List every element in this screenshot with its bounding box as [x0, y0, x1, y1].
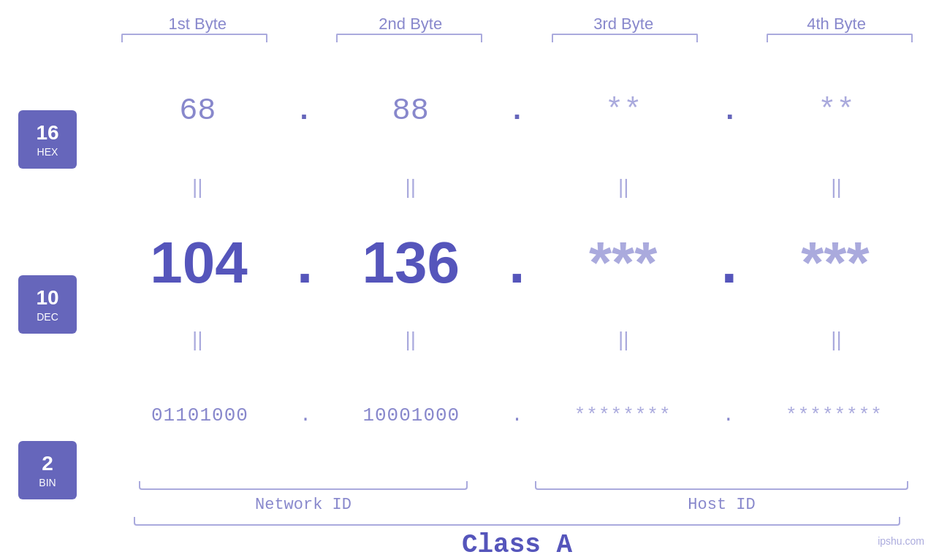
byte2-header: 2nd Byte — [330, 15, 491, 34]
dec-dot2: . — [509, 228, 525, 298]
host-id-label: Host ID — [688, 496, 755, 514]
hex-b4-value: ** — [818, 93, 854, 129]
bin-b3-value: ******** — [574, 404, 672, 426]
dec-b3-cell: *** — [543, 229, 704, 296]
byte1-header: 1st Byte — [117, 15, 278, 34]
bin-label: BIN — [39, 477, 56, 488]
dec-b4-cell: *** — [755, 229, 916, 296]
dec-b4-value: *** — [801, 229, 869, 296]
dec-b1-cell: 104 — [118, 229, 279, 296]
bin-row: 01101000 . 10001000 . ******** . *******… — [95, 354, 939, 477]
eq1-b2: || — [330, 175, 491, 199]
hex-b2-cell: 88 — [330, 93, 491, 129]
dec-b2-cell: 136 — [330, 229, 491, 296]
host-id-section: Host ID — [519, 481, 924, 514]
dec-dot3: . — [721, 228, 737, 298]
dec-badge: 10 DEC — [18, 275, 77, 334]
hex-number: 16 — [36, 121, 58, 145]
badges-column: 16 HEX 10 DEC 2 BIN — [0, 50, 95, 560]
dec-b2-value: 136 — [362, 229, 460, 296]
class-section: Class A — [95, 514, 939, 560]
bracket-byte1 — [121, 34, 267, 42]
bin-badge: 2 BIN — [18, 441, 77, 499]
sep2 — [506, 15, 528, 34]
hex-dot3: . — [719, 95, 741, 128]
bin-dot3: . — [723, 404, 734, 426]
eq2-b2: || — [330, 328, 491, 351]
eq-row1: || || || || — [95, 172, 939, 202]
data-section: 68 . 88 . ** . ** || || — [95, 50, 939, 560]
eq2-b1: || — [117, 328, 278, 351]
bin-b3-cell: ******** — [542, 404, 703, 426]
byte-headers: 1st Byte 2nd Byte 3rd Byte 4th Byte — [95, 15, 939, 34]
dec-dot1: . — [297, 228, 313, 298]
eq2-b4: || — [756, 328, 917, 351]
watermark: ipshu.com — [878, 535, 924, 547]
class-label: Class A — [462, 530, 572, 560]
eq1-b4: || — [756, 175, 917, 199]
eq2-b3: || — [543, 328, 704, 351]
bin-number: 2 — [42, 452, 53, 475]
network-id-section: Network ID — [110, 481, 497, 514]
byte4-header: 4th Byte — [756, 15, 917, 34]
hex-b3-value: ** — [605, 93, 642, 129]
sep-tb2 — [506, 34, 528, 42]
hex-dot2: . — [506, 95, 528, 128]
byte3-header: 3rd Byte — [543, 15, 704, 34]
hex-badge: 16 HEX — [18, 110, 77, 169]
network-bottom-bracket — [139, 481, 468, 490]
hex-row: 68 . 88 . ** . ** — [95, 50, 939, 172]
hex-dot1: . — [293, 95, 315, 128]
bin-dot2: . — [512, 404, 523, 426]
dec-b3-value: *** — [589, 229, 657, 296]
hex-b1-cell: 68 — [117, 93, 278, 129]
bottom-brackets-row: Network ID Host ID — [95, 477, 939, 514]
main-body: 16 HEX 10 DEC 2 BIN 68 . 88 — [0, 50, 939, 560]
bin-b2-value: 10001000 — [362, 404, 460, 426]
hex-label: HEX — [37, 146, 58, 158]
bottom-sep — [497, 481, 519, 514]
hex-b1-value: 68 — [179, 93, 216, 129]
sep-tb3 — [721, 34, 743, 42]
sep3 — [719, 15, 741, 34]
hex-b3-cell: ** — [543, 93, 704, 129]
dec-number: 10 — [36, 286, 58, 310]
main-container: 1st Byte 2nd Byte 3rd Byte 4th Byte 16 H… — [0, 0, 939, 560]
sep1 — [293, 15, 315, 34]
top-brackets — [95, 34, 939, 42]
bin-b1-cell: 01101000 — [119, 404, 280, 426]
bracket-byte2 — [336, 34, 482, 42]
bracket-byte4 — [767, 34, 913, 42]
eq1-b1: || — [117, 175, 278, 199]
bin-b2-cell: 10001000 — [331, 404, 492, 426]
bracket-byte3 — [552, 34, 698, 42]
dec-b1-value: 104 — [150, 229, 247, 296]
host-bottom-bracket — [535, 481, 908, 490]
eq1-b3: || — [543, 175, 704, 199]
dec-row: 104 . 136 . *** . *** — [95, 202, 939, 324]
bin-dot1: . — [300, 404, 311, 426]
hex-b4-cell: ** — [756, 93, 917, 129]
network-id-label: Network ID — [255, 496, 351, 514]
bin-b4-cell: ******** — [754, 404, 915, 426]
eq-row2: || || || || — [95, 325, 939, 354]
dec-label: DEC — [37, 311, 58, 323]
class-bottom-bracket — [134, 517, 900, 526]
bin-b4-value: ******** — [786, 404, 883, 426]
sep-tb1 — [291, 34, 313, 42]
bin-b1-value: 01101000 — [151, 404, 248, 426]
hex-b2-value: 88 — [392, 93, 429, 129]
